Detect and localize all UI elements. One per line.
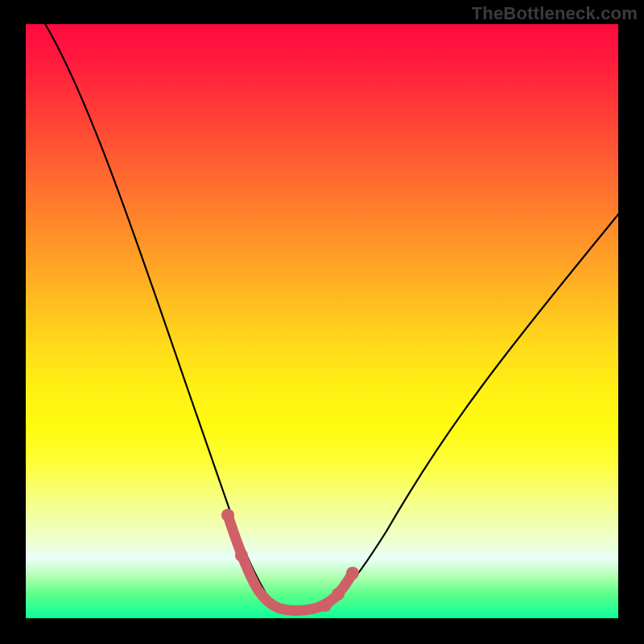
frame-bottom: [0, 618, 644, 644]
gradient-plot-area: [26, 24, 618, 618]
frame-left: [0, 0, 26, 644]
frame-right: [618, 0, 644, 644]
watermark-text-overlay: TheBottleneck.com: [472, 3, 638, 24]
chart-canvas: TheBottleneck.com TheBottleneck.com: [0, 0, 644, 644]
